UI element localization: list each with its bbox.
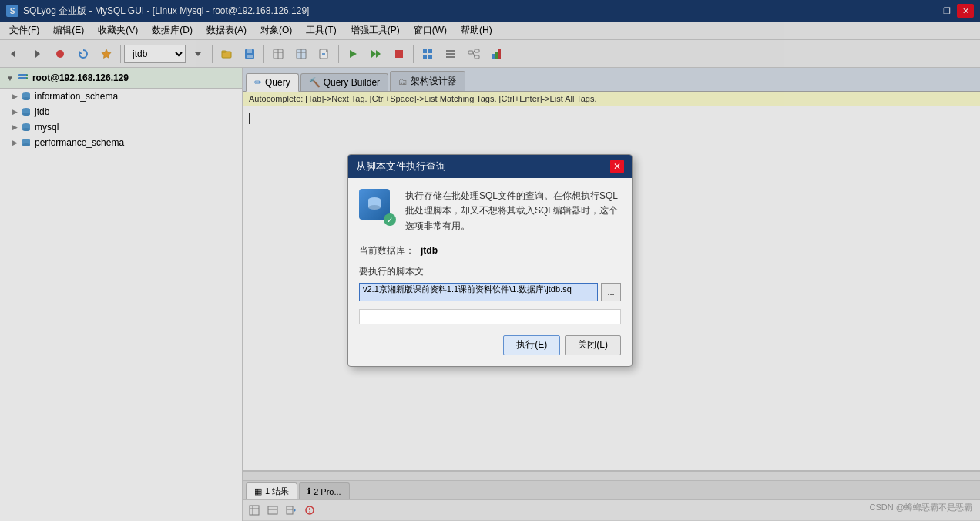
dialog-icon-area: ✓ (359, 189, 396, 226)
execute-script-dialog: 从脚本文件执行查询 ✕ ✓ 执行存储在批处理SQL文件的查询。在你想执行SQL批… (347, 154, 633, 367)
file-input-row: v2.1京湘新版课前资料1.1课前资料软件\1.数据库\jtdb.sq ... (359, 283, 621, 301)
dialog-current-db-row: 当前数据库： jtdb (359, 244, 621, 257)
svg-point-68 (368, 205, 381, 210)
browse-button[interactable]: ... (601, 283, 621, 301)
current-db-value: jtdb (421, 245, 438, 256)
script-section-label: 要执行的脚本文 (359, 265, 621, 278)
dialog-close-x-button[interactable]: ✕ (610, 160, 624, 173)
dialog-title-bar: 从脚本文件执行查询 ✕ (348, 155, 632, 178)
current-db-label: 当前数据库： (359, 244, 414, 257)
execute-button[interactable]: 执行(E) (503, 335, 560, 355)
dialog-top-section: ✓ 执行存储在批处理SQL文件的查询。在你想执行SQL批处理脚本，却又不想将其载… (359, 189, 621, 234)
dialog-status-badge: ✓ (384, 213, 396, 226)
dialog-description: 执行存储在批处理SQL文件的查询。在你想执行SQL批处理脚本，却又不想将其载入S… (405, 189, 621, 234)
close-dialog-button[interactable]: 关闭(L) (565, 335, 621, 355)
dialog-buttons: 执行(E) 关闭(L) (359, 335, 621, 355)
file-path-input[interactable]: v2.1京湘新版课前资料1.1课前资料软件\1.数据库\jtdb.sq (359, 283, 598, 301)
dialog-overlay: 从脚本文件执行查询 ✕ ✓ 执行存储在批处理SQL文件的查询。在你想执行SQL批… (0, 0, 980, 521)
dialog-body: ✓ 执行存储在批处理SQL文件的查询。在你想执行SQL批处理脚本，却又不想将其载… (348, 178, 632, 366)
dialog-title: 从脚本文件执行查询 (356, 160, 446, 173)
progress-bar (359, 309, 621, 324)
